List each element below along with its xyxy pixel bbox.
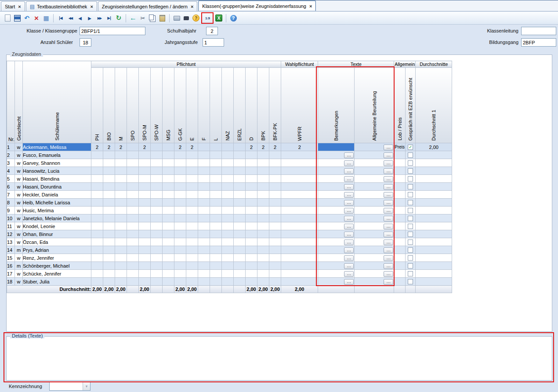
grade-cell[interactable] (222, 175, 234, 183)
grade-cell[interactable] (127, 183, 139, 191)
grade-cell[interactable] (115, 222, 127, 230)
bemerkungen-ellipsis-button[interactable]: … (344, 176, 354, 182)
beurteilung-ellipsis-button[interactable]: … (384, 240, 393, 245)
beurteilung-ellipsis-button[interactable]: … (384, 216, 393, 221)
grade-cell[interactable] (127, 191, 139, 199)
grade-cell[interactable] (115, 207, 127, 214)
beurteilung-ellipsis-button[interactable]: … (384, 255, 393, 261)
help-icon[interactable] (229, 14, 238, 22)
grade-cell[interactable]: 2 (246, 143, 257, 151)
grade-cell[interactable] (246, 262, 257, 270)
grade-cell[interactable] (198, 159, 210, 167)
bemerkungen-cell[interactable]: … (318, 175, 355, 183)
bemerkungen-cell[interactable]: … (318, 270, 355, 278)
grade-cell[interactable] (281, 191, 318, 199)
grade-cell[interactable] (174, 151, 186, 159)
beurteilung-ellipsis-button[interactable]: … (384, 160, 393, 166)
student-name-cell[interactable]: Heckler, Daniela (23, 191, 91, 199)
beurteilung-cell[interactable]: … (355, 278, 394, 286)
grade-cell[interactable] (139, 230, 151, 238)
gespraech-checkbox[interactable] (408, 240, 413, 245)
grade-cell[interactable] (91, 175, 103, 183)
paste-icon[interactable] (158, 14, 167, 22)
tab-3[interactable]: Zeugniseinstellungen festlegen / ändern× (98, 1, 198, 11)
grade-cell[interactable] (269, 183, 281, 191)
beurteilung-ellipsis-button[interactable]: … (384, 271, 393, 277)
grade-cell[interactable] (139, 167, 151, 175)
student-name-cell[interactable]: Özcan, Eda (23, 238, 91, 246)
grade-cell[interactable] (281, 222, 318, 230)
beurteilung-ellipsis-button[interactable]: … (384, 192, 393, 198)
grade-cell[interactable] (281, 199, 318, 207)
grade-cell[interactable] (281, 167, 318, 175)
grade-cell[interactable] (103, 151, 115, 159)
lob-preis-cell[interactable] (394, 230, 406, 238)
grade-cell[interactable] (222, 199, 234, 207)
grade-cell[interactable]: 2 (91, 143, 103, 151)
gespraech-cell[interactable] (406, 246, 416, 254)
grade-cell[interactable] (186, 230, 198, 238)
grade-cell[interactable] (234, 175, 246, 183)
gespraech-cell[interactable] (406, 254, 416, 262)
grade-cell[interactable] (139, 191, 151, 199)
grade-cell[interactable] (281, 254, 318, 262)
grade-cell[interactable] (151, 262, 163, 270)
grade-cell[interactable] (234, 262, 246, 270)
grade-cell[interactable] (281, 262, 318, 270)
beurteilung-ellipsis-button[interactable]: … (384, 263, 393, 269)
grade-cell[interactable] (186, 262, 198, 270)
student-name-cell[interactable]: Prys, Adrian (23, 246, 91, 254)
bemerkungen-ellipsis-button[interactable]: … (344, 200, 354, 206)
grade-cell[interactable] (257, 270, 269, 278)
grade-cell[interactable] (163, 262, 174, 270)
lob-preis-cell[interactable] (394, 238, 406, 246)
grade-cell[interactable] (210, 151, 222, 159)
grade-cell[interactable] (163, 222, 174, 230)
beurteilung-cell[interactable]: … (355, 214, 394, 222)
grade-cell[interactable] (103, 262, 115, 270)
grade-cell[interactable] (281, 246, 318, 254)
grade-cell[interactable] (174, 175, 186, 183)
beurteilung-cell[interactable]: … (355, 167, 394, 175)
grade-cell[interactable] (103, 167, 115, 175)
grade-cell[interactable] (163, 246, 174, 254)
nav-last-icon[interactable] (105, 14, 113, 22)
beurteilung-cell[interactable]: … (355, 262, 394, 270)
grade-cell[interactable] (246, 159, 257, 167)
grade-cell[interactable] (269, 230, 281, 238)
grade-cell[interactable] (174, 222, 186, 230)
grade-cell[interactable] (246, 151, 257, 159)
grade-cell[interactable] (234, 183, 246, 191)
grade-cell[interactable] (91, 159, 103, 167)
grade-cell[interactable] (269, 191, 281, 199)
grade-cell[interactable] (186, 183, 198, 191)
grade-cell[interactable] (269, 246, 281, 254)
grade-cell[interactable] (210, 167, 222, 175)
grade-cell[interactable] (163, 230, 174, 238)
grade-cell[interactable] (163, 143, 174, 151)
grade-cell[interactable] (257, 199, 269, 207)
beurteilung-ellipsis-button[interactable]: … (384, 224, 393, 229)
grade-cell[interactable] (139, 246, 151, 254)
grade-cell[interactable] (198, 191, 210, 199)
grade-cell[interactable] (103, 270, 115, 278)
grade-cell[interactable] (222, 222, 234, 230)
grade-cell[interactable] (103, 183, 115, 191)
grade-cell[interactable] (186, 214, 198, 222)
grade-cell[interactable] (186, 167, 198, 175)
beurteilung-ellipsis-button[interactable]: … (384, 279, 393, 285)
bemerkungen-cell[interactable]: … (318, 191, 355, 199)
grade-cell[interactable] (198, 278, 210, 286)
grade-cell[interactable] (198, 175, 210, 183)
jahrgangsstufe-input[interactable] (203, 38, 224, 47)
student-name-cell[interactable]: Fusco, Emanuela (23, 151, 91, 159)
grade-cell[interactable] (269, 270, 281, 278)
beurteilung-cell[interactable]: … (355, 175, 394, 183)
grade-cell[interactable] (186, 222, 198, 230)
beurteilung-ellipsis-button[interactable]: … (384, 176, 393, 182)
beurteilung-cell[interactable]: … (355, 143, 394, 151)
bemerkungen-cell[interactable]: … (318, 230, 355, 238)
grade-cell[interactable] (257, 238, 269, 246)
grade-cell[interactable] (269, 175, 281, 183)
grade-cell[interactable] (198, 214, 210, 222)
